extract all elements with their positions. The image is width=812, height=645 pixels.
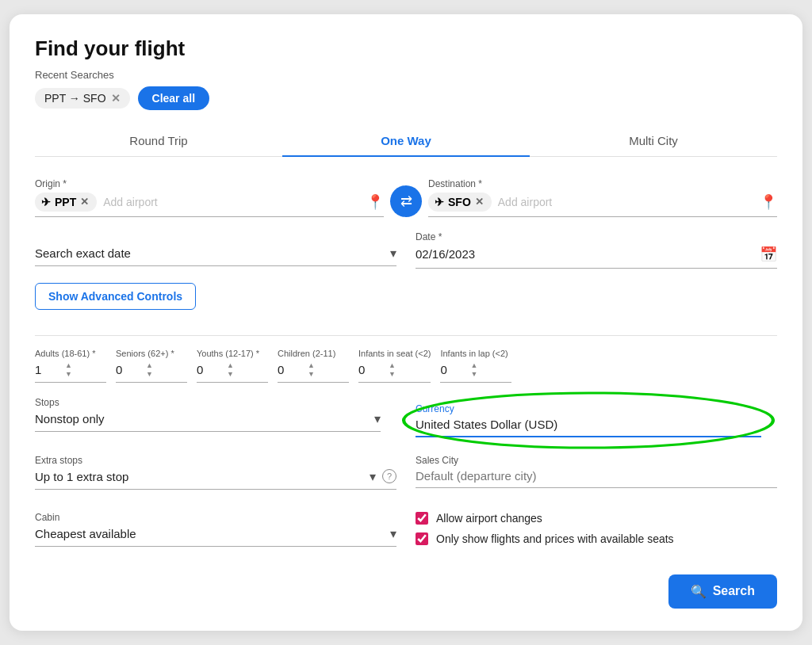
- search-exact-date-field: Search exact date ▾: [35, 231, 396, 269]
- destination-tag-text: SFO: [448, 196, 471, 208]
- search-spacer: [35, 569, 777, 609]
- children-input[interactable]: [278, 363, 306, 376]
- passenger-children: Children (2-11) ▲ ▼: [278, 349, 349, 383]
- destination-field: Destination * ✈ SFO ✕ Add airport 📍: [428, 178, 777, 217]
- sales-city-field: Sales City: [416, 455, 777, 488]
- destination-location-pin-icon[interactable]: 📍: [760, 193, 777, 211]
- destination-placeholder[interactable]: Add airport: [498, 196, 552, 208]
- search-button[interactable]: 🔍 Search: [668, 574, 777, 609]
- calendar-icon[interactable]: 📅: [760, 246, 777, 263]
- clear-all-button[interactable]: Clear all: [138, 86, 209, 110]
- infants-lap-up-arrow-icon[interactable]: ▲: [470, 361, 477, 370]
- origin-input-row: ✈ PPT ✕ Add airport 📍: [35, 193, 384, 217]
- infants-lap-spinner-arrows: ▲ ▼: [470, 361, 477, 379]
- seniors-down-arrow-icon[interactable]: ▼: [146, 370, 153, 379]
- seniors-label: Seniors (62+) *: [116, 349, 187, 358]
- extra-stops-help-icon[interactable]: ?: [382, 469, 396, 483]
- origin-tag-text: PPT: [55, 196, 76, 208]
- origin-placeholder[interactable]: Add airport: [103, 196, 157, 208]
- seniors-input[interactable]: [116, 363, 144, 376]
- origin-location-pin-icon[interactable]: 📍: [366, 193, 384, 211]
- youths-input[interactable]: [197, 363, 225, 376]
- seniors-up-arrow-icon[interactable]: ▲: [146, 361, 153, 370]
- available-seats-checkbox[interactable]: [416, 532, 428, 545]
- search-icon: 🔍: [691, 584, 707, 599]
- infants-lap-spinner: ▲ ▼: [440, 361, 511, 383]
- stops-select[interactable]: Nonstop only: [35, 412, 374, 426]
- recent-tag-close-icon[interactable]: ✕: [111, 93, 121, 104]
- allow-airport-label: Allow airport changes: [436, 512, 542, 525]
- youths-label: Youths (12-17) *: [197, 349, 268, 358]
- extra-stops-select[interactable]: Up to 1 extra stop: [35, 470, 363, 483]
- children-spinner: ▲ ▼: [278, 361, 349, 383]
- extra-stops-dropdown-row: Up to 1 extra stop ▾ ?: [35, 469, 396, 490]
- recent-tag-text: PPT → SFO: [44, 92, 106, 105]
- passengers-row: Adults (18-61) * ▲ ▼ Seniors (62+) * ▲ ▼: [35, 349, 777, 383]
- passenger-youths: Youths (12-17) * ▲ ▼: [197, 349, 268, 383]
- seniors-spinner-arrows: ▲ ▼: [146, 361, 153, 379]
- cabin-dropdown-row: Cheapest available ▾: [35, 526, 396, 547]
- allow-airport-checkbox[interactable]: [416, 512, 428, 525]
- stops-field: Stops Nonstop only ▾: [35, 397, 381, 432]
- available-seats-label: Only show flights and prices with availa…: [436, 532, 674, 545]
- destination-label: Destination *: [428, 178, 777, 189]
- destination-input-row: ✈ SFO ✕ Add airport 📍: [428, 193, 777, 217]
- tab-one-way[interactable]: One Way: [282, 124, 530, 157]
- main-card: Find your flight Recent Searches PPT → S…: [10, 14, 802, 630]
- sales-city-input[interactable]: [416, 469, 777, 488]
- checkbox-available-seats: Only show flights and prices with availa…: [416, 532, 777, 545]
- tab-round-trip[interactable]: Round Trip: [35, 124, 282, 157]
- passenger-seniors: Seniors (62+) * ▲ ▼: [116, 349, 187, 383]
- search-exact-date-label: [35, 231, 396, 242]
- destination-tag-close-icon[interactable]: ✕: [475, 196, 484, 208]
- passenger-adults: Adults (18-61) * ▲ ▼: [35, 349, 106, 383]
- search-date-chevron-icon: ▾: [390, 246, 396, 261]
- adults-down-arrow-icon[interactable]: ▼: [65, 370, 72, 379]
- sales-city-col: Sales City: [416, 455, 777, 501]
- infants-lap-input[interactable]: [440, 363, 469, 376]
- tab-multi-city[interactable]: Multi City: [530, 124, 777, 157]
- date-field: Date * 📅: [416, 231, 777, 269]
- recent-searches-label: Recent Searches: [35, 69, 777, 81]
- date-label: Date *: [416, 231, 777, 242]
- recent-searches-row: PPT → SFO ✕ Clear all: [35, 86, 777, 110]
- swap-button[interactable]: ⇄: [390, 185, 422, 217]
- children-up-arrow-icon[interactable]: ▲: [308, 361, 315, 370]
- checkboxes-col: Allow airport changes Only show flights …: [416, 512, 777, 558]
- infants-lap-down-arrow-icon[interactable]: ▼: [470, 370, 477, 379]
- swap-icon: ⇄: [400, 193, 412, 210]
- infants-seat-up-arrow-icon[interactable]: ▲: [389, 361, 396, 370]
- stops-label: Stops: [35, 397, 381, 408]
- origin-tag-close-icon[interactable]: ✕: [80, 196, 89, 208]
- cabin-label: Cabin: [35, 512, 396, 523]
- cabin-col: Cabin Cheapest available ▾: [35, 512, 396, 558]
- adults-spinner: ▲ ▼: [35, 361, 106, 383]
- recent-tag[interactable]: PPT → SFO ✕: [35, 88, 130, 109]
- search-exact-date-select[interactable]: Search exact date: [35, 246, 390, 260]
- destination-tag[interactable]: ✈ SFO ✕: [428, 193, 492, 212]
- youths-spinner-arrows: ▲ ▼: [227, 361, 234, 379]
- infants-seat-input[interactable]: [358, 363, 387, 376]
- stops-chevron-icon: ▾: [374, 411, 381, 426]
- checkbox-allow-airport: Allow airport changes: [416, 512, 777, 525]
- stops-currency-row: Stops Nonstop only ▾ Currency: [35, 397, 777, 444]
- advanced-controls-button[interactable]: Show Advanced Controls: [35, 283, 196, 310]
- infants-seat-spinner: ▲ ▼: [358, 361, 431, 383]
- adults-spinner-arrows: ▲ ▼: [65, 361, 72, 379]
- adults-up-arrow-icon[interactable]: ▲: [65, 361, 72, 370]
- cabin-select[interactable]: Cheapest available: [35, 527, 390, 540]
- youths-up-arrow-icon[interactable]: ▲: [227, 361, 234, 370]
- adults-input[interactable]: [35, 363, 63, 376]
- extra-stops-chevron-icon: ▾: [370, 469, 376, 484]
- children-down-arrow-icon[interactable]: ▼: [308, 370, 315, 379]
- infants-seat-down-arrow-icon[interactable]: ▼: [389, 370, 396, 379]
- date-input[interactable]: [416, 247, 760, 261]
- currency-input[interactable]: [416, 418, 761, 431]
- children-spinner-arrows: ▲ ▼: [308, 361, 315, 379]
- origin-dest-row: Origin * ✈ PPT ✕ Add airport 📍 ⇄ Destina…: [35, 173, 777, 217]
- passenger-infants-seat: Infants in seat (<2) ▲ ▼: [358, 349, 431, 383]
- extra-stops-col: Extra stops Up to 1 extra stop ▾ ?: [35, 455, 396, 501]
- youths-down-arrow-icon[interactable]: ▼: [227, 370, 234, 379]
- origin-tag[interactable]: ✈ PPT ✕: [35, 193, 97, 212]
- stops-dropdown-row: Nonstop only ▾: [35, 411, 381, 432]
